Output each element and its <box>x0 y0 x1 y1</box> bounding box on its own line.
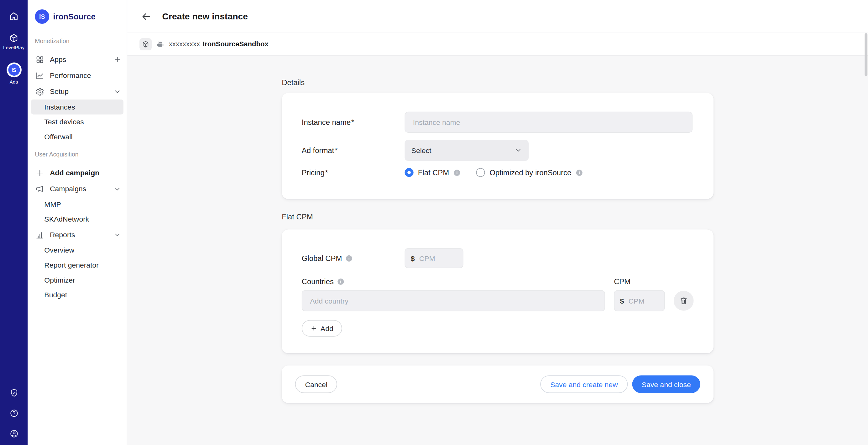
chevron-down-icon <box>114 185 121 193</box>
sidebar-item-mmp[interactable]: MMP <box>31 197 123 212</box>
currency-symbol: $ <box>411 254 415 262</box>
home-icon <box>9 11 19 21</box>
app-cube-icon <box>140 38 152 50</box>
details-card: Instance name* Ad format* Select <box>282 93 714 199</box>
pricing-option-flat-cpm[interactable]: Flat CPM <box>405 168 461 177</box>
sidebar-item-test-devices-label: Test devices <box>44 118 84 126</box>
chevron-down-icon <box>114 231 121 239</box>
form-column: Details Instance name* Ad format* Se <box>282 78 714 403</box>
pricing-label: Pricing* <box>302 168 405 176</box>
section-monetization: Monetization <box>35 38 119 45</box>
ads-label: Ads <box>10 79 18 85</box>
sidebar-item-instances[interactable]: Instances <box>31 100 123 114</box>
required-asterisk: * <box>335 146 338 154</box>
sidebar-item-campaigns[interactable]: Campaigns <box>28 181 127 197</box>
bar-chart-icon <box>35 230 44 239</box>
scrollbar[interactable] <box>864 0 868 445</box>
instance-name-label: Instance name* <box>302 118 405 126</box>
save-and-close-button[interactable]: Save and close <box>632 376 700 393</box>
scrollbar-thumb[interactable] <box>865 33 867 76</box>
sidebar-item-budget-label: Budget <box>44 291 67 299</box>
footer-actions: Save and create new Save and close <box>540 376 700 393</box>
instance-name-label-text: Instance name <box>302 118 351 126</box>
countries-label: Countries <box>302 277 344 285</box>
sidebar-item-budget[interactable]: Budget <box>31 287 123 303</box>
app-selector[interactable]: xxxxxxxxx IronSourceSandbox <box>140 38 269 50</box>
ironsource-logo: iS ironSource <box>28 9 127 24</box>
cancel-button[interactable]: Cancel <box>295 376 338 393</box>
chevron-down-icon <box>114 88 121 96</box>
sidebar-item-report-generator-label: Report generator <box>44 261 99 269</box>
sidebar-item-offerwall[interactable]: Offerwall <box>31 129 123 144</box>
chevron-down-icon <box>514 146 522 154</box>
sidebar-item-offerwall-label: Offerwall <box>44 133 72 141</box>
sidebar-item-setup[interactable]: Setup <box>28 83 127 100</box>
pricing-option-optimized[interactable]: Optimized by ironSource <box>476 168 583 177</box>
sidebar-item-add-campaign[interactable]: Add campaign <box>28 165 127 180</box>
sidebar-item-skadnetwork[interactable]: SKAdNetwork <box>31 212 123 227</box>
pricing-option-optimized-label: Optimized by ironSource <box>490 168 571 176</box>
sidebar-item-add-campaign-label: Add campaign <box>50 169 99 177</box>
add-app-plus-icon[interactable] <box>114 56 121 64</box>
sidebar-item-overview-label: Overview <box>44 246 74 254</box>
ironsource-ads-icon: iS <box>6 63 21 78</box>
sidebar-item-optimizer-label: Optimizer <box>44 276 75 284</box>
sidebar-item-performance[interactable]: Performance <box>28 68 127 83</box>
page-header: Create new instance <box>127 0 868 33</box>
sidebar-item-apps-label: Apps <box>50 56 66 64</box>
back-button[interactable] <box>141 11 152 22</box>
add-country-input[interactable] <box>302 290 605 311</box>
country-cpm-row: $ <box>302 290 694 311</box>
delete-country-row-button[interactable] <box>674 291 694 311</box>
app-window: LevelPlay iS Ads iS ironSource Monetizat… <box>0 0 868 445</box>
brand-name: ironSource <box>53 12 96 21</box>
countries-label-text: Countries <box>302 277 334 285</box>
pricing-row: Pricing* Flat CPM <box>302 168 694 177</box>
ironsource-logo-icon: iS <box>35 9 49 24</box>
main: Create new instance xxxxxxxxx IronSource… <box>127 0 868 445</box>
sidebar-item-reports-label: Reports <box>50 231 75 239</box>
add-country-row-button[interactable]: Add <box>302 320 342 337</box>
home-button[interactable] <box>9 11 19 21</box>
apps-grid-icon <box>35 55 44 64</box>
sidebar-item-test-devices[interactable]: Test devices <box>31 114 123 130</box>
ads-button[interactable]: iS Ads <box>6 63 21 85</box>
info-icon[interactable] <box>576 169 583 176</box>
levelplay-button[interactable]: LevelPlay <box>3 33 25 50</box>
ad-format-select[interactable]: Select <box>405 140 529 161</box>
account-button[interactable] <box>9 429 19 438</box>
instance-name-row: Instance name* <box>302 112 694 133</box>
sidebar-item-optimizer[interactable]: Optimizer <box>31 273 123 287</box>
country-cpm-input-group: $ <box>614 290 665 311</box>
country-cpm-input[interactable] <box>628 297 659 305</box>
sidebar-item-apps[interactable]: Apps <box>28 51 127 67</box>
required-asterisk: * <box>351 118 354 126</box>
plus-icon <box>35 168 44 177</box>
currency-symbol: $ <box>620 297 624 305</box>
performance-chart-icon <box>35 71 44 80</box>
cpm-column-label: CPM <box>614 277 693 285</box>
product-rail: LevelPlay iS Ads <box>0 0 28 445</box>
android-icon <box>156 40 164 48</box>
info-icon[interactable] <box>337 278 344 285</box>
global-cpm-input[interactable] <box>419 254 457 262</box>
sidebar-item-instances-label: Instances <box>44 103 75 111</box>
pricing-radio-group: Flat CPM Optimized by ironSource <box>405 168 583 177</box>
sidebar-item-report-generator[interactable]: Report generator <box>31 258 123 273</box>
info-icon[interactable] <box>454 169 461 176</box>
sidebar: iS ironSource Monetization Apps Performa… <box>28 0 127 445</box>
countries-header: Countries CPM <box>302 276 694 287</box>
save-and-create-new-button[interactable]: Save and create new <box>540 376 628 393</box>
actions-card: Cancel Save and create new Save and clos… <box>282 366 714 403</box>
ad-format-label: Ad format* <box>302 146 405 154</box>
sidebar-item-reports[interactable]: Reports <box>28 227 127 242</box>
privacy-shield-button[interactable] <box>9 388 19 398</box>
app-name: IronSourceSandbox <box>203 40 269 48</box>
sidebar-item-setup-label: Setup <box>50 87 69 96</box>
instance-name-input[interactable] <box>405 112 692 133</box>
sidebar-item-campaigns-label: Campaigns <box>50 185 86 193</box>
help-button[interactable] <box>9 409 19 418</box>
sidebar-item-overview[interactable]: Overview <box>31 243 123 258</box>
rail-bottom <box>9 388 19 438</box>
info-icon[interactable] <box>345 255 352 262</box>
